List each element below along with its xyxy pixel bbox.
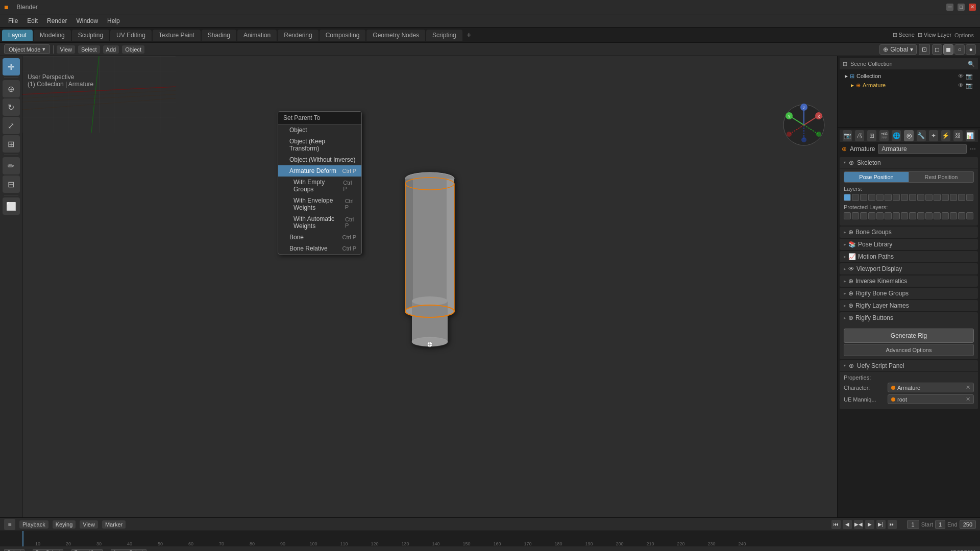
end-frame-input[interactable]: 250 [960,520,976,529]
output-props-tab[interactable]: 🖨 [855,130,864,141]
layer-btn-16[interactable] [966,194,973,201]
tab-rendering[interactable]: Rendering [278,30,318,41]
menu-help[interactable]: Help [103,16,124,26]
prot-layer-btn-10[interactable] [917,212,924,219]
prot-layer-btn-6[interactable] [885,212,892,219]
prot-layer-btn-1[interactable] [844,212,851,219]
prot-layer-btn-4[interactable] [868,212,875,219]
layer-btn-2[interactable] [852,194,859,201]
layer-btn-14[interactable] [950,194,957,201]
prot-layer-btn-5[interactable] [876,212,884,219]
timeline-ruler[interactable]: 10 20 30 40 50 60 70 80 90 100 110 120 1… [0,531,980,546]
prot-layer-btn-14[interactable] [950,212,957,219]
ue-manning-value[interactable]: root ✕ [888,394,974,404]
layer-btn-9[interactable] [909,194,916,201]
armature-name-input[interactable] [878,144,967,154]
rigify-bone-groups-header[interactable]: ▸ ⊕ Rigify Bone Groups [840,288,978,299]
play-back-button[interactable]: ▶◀ [854,520,863,529]
layer-btn-10[interactable] [917,194,924,201]
uefy-panel-header[interactable]: ▾ ⊕ Uefy Script Panel [840,360,978,371]
particle-props-tab[interactable]: ✦ [929,130,938,141]
motion-paths-header[interactable]: ▸ 📈 Motion Paths [840,251,978,262]
layer-btn-11[interactable] [925,194,933,201]
bone-groups-header[interactable]: ▸ ⊕ Bone Groups [840,227,978,238]
armature-visibility-icon[interactable]: 👁 [958,82,964,88]
tab-geometry-nodes[interactable]: Geometry Nodes [366,30,425,41]
tab-scripting[interactable]: Scripting [426,30,462,41]
render-props-tab[interactable]: 📷 [843,130,852,141]
menu-edit[interactable]: Edit [23,16,42,26]
view-menu[interactable]: View [57,45,75,54]
marker-menu[interactable]: Marker [102,520,126,529]
annotate-tool[interactable]: ✏ [3,157,20,174]
prot-layer-btn-2[interactable] [852,212,859,219]
character-value[interactable]: Armature ✕ [888,383,974,392]
layer-btn-3[interactable] [860,194,867,201]
armature-render-icon[interactable]: 📷 [966,82,973,89]
prot-layer-btn-16[interactable] [966,212,973,219]
add-workspace-button[interactable]: + [463,30,475,41]
layer-btn-4[interactable] [868,194,875,201]
viewport-display-header[interactable]: ▸ 👁 Viewport Display [840,263,978,274]
menu-bone-relative[interactable]: Bone Relative Ctrl P [278,243,361,254]
collection-visibility-icon[interactable]: 👁 [958,73,964,79]
measure-tool[interactable]: ⊟ [3,176,20,193]
prot-layer-btn-15[interactable] [958,212,965,219]
tab-compositing[interactable]: Compositing [320,30,366,41]
object-props-tab[interactable]: ◎ [904,130,913,141]
outliner-filter-icon[interactable]: 🔍 [968,61,975,67]
maximize-button[interactable]: □ [958,4,965,11]
scale-tool[interactable]: ⤢ [3,117,20,134]
inverse-kinematics-header[interactable]: ▸ ⊕ Inverse Kinematics [840,276,978,287]
play-button[interactable]: ▶ [865,520,874,529]
ue-manning-close-icon[interactable]: ✕ [966,396,970,403]
move-tool[interactable]: ⊕ [3,80,20,97]
modifier-props-tab[interactable]: 🔧 [917,130,926,141]
start-frame-input[interactable]: 1 [935,520,945,529]
outliner-armature[interactable]: ▸ ⊕ Armature 👁 📷 [842,81,976,90]
layer-btn-13[interactable] [942,194,949,201]
navigation-gizmo[interactable]: Z X Y [781,102,827,148]
layer-btn-8[interactable] [901,194,908,201]
menu-with-envelope-weights[interactable]: With Envelope Weights Ctrl P [278,195,361,213]
scene-props-tab[interactable]: 🎬 [879,130,889,141]
cursor-tool[interactable]: ✛ [3,58,20,76]
viewport-gizmos[interactable]: Z X Y [781,102,827,149]
select-menu[interactable]: Select [78,45,100,54]
tab-sculpting[interactable]: Sculpting [72,30,109,41]
current-frame-input[interactable]: 1 [907,520,919,529]
timeline-menu-icon[interactable]: ≡ [4,519,15,530]
generate-rig-button[interactable]: Generate Rig [844,329,974,343]
menu-object[interactable]: Object [278,124,361,136]
solid-button[interactable]: ◼ [943,44,953,55]
prot-layer-btn-13[interactable] [942,212,949,219]
step-forward-button[interactable]: ▶| [876,520,886,529]
keying-menu[interactable]: Keying [53,520,76,529]
material-button[interactable]: ○ [954,44,965,55]
menu-armature-deform[interactable]: Armature Deform Ctrl P [278,165,361,177]
rigify-buttons-header[interactable]: ▸ ⊕ Rigify Buttons [840,312,978,323]
menu-object-without-inverse[interactable]: Object (Without Inverse) [278,154,361,165]
tab-uv-editing[interactable]: UV Editing [110,30,152,41]
snap-button[interactable]: ⊡ [919,44,930,55]
object-mode-selector[interactable]: Object Mode ▾ [4,44,50,54]
prot-layer-btn-3[interactable] [860,212,867,219]
layer-btn-6[interactable] [885,194,892,201]
tab-shading[interactable]: Shading [202,30,236,41]
world-props-tab[interactable]: 🌐 [892,130,901,141]
close-button[interactable]: ✕ [969,4,976,11]
viewport[interactable]: User Perspective (1) Collection | Armatu… [22,56,837,517]
minimize-button[interactable]: ─ [946,4,953,11]
physics-props-tab[interactable]: ⚡ [941,130,950,141]
skeleton-section-header[interactable]: ▾ ⊕ Skeleton [840,157,978,168]
layer-btn-12[interactable] [934,194,941,201]
rest-position-button[interactable]: Rest Position [909,171,974,183]
tab-texture-paint[interactable]: Texture Paint [153,30,201,41]
layer-btn-15[interactable] [958,194,965,201]
layer-btn-5[interactable] [876,194,884,201]
add-cube-tool[interactable]: ⬜ [3,197,20,215]
layer-btn-1[interactable] [844,194,851,201]
transform-tool[interactable]: ⊞ [3,135,20,153]
pose-library-header[interactable]: ▸ 📚 Pose Library [840,239,978,250]
add-menu[interactable]: Add [103,45,119,54]
